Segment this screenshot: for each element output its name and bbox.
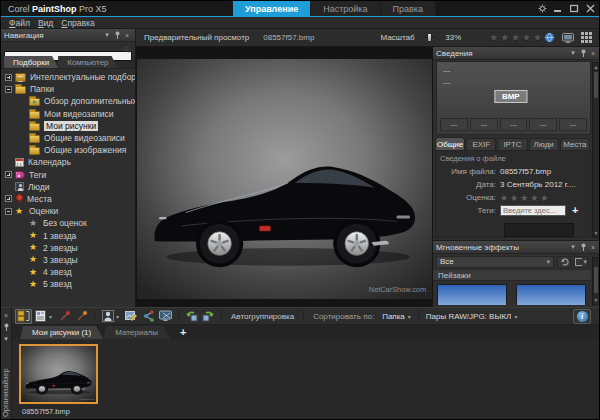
edit-image-button[interactable] — [123, 309, 140, 324]
quick-tag-red-icon[interactable] — [56, 309, 73, 324]
add-tab-button[interactable]: + — [180, 326, 186, 339]
tab-my-pictures[interactable]: Мои рисунки (1) — [20, 326, 103, 339]
scrollbar-thumb[interactable] — [594, 267, 598, 293]
monitor-icon[interactable] — [562, 33, 574, 43]
toggle-panels-button[interactable] — [15, 309, 32, 324]
sort-by-dropdown[interactable]: Папка▾ — [379, 312, 414, 321]
zoom-slider[interactable] — [423, 33, 435, 42]
effect-thumbnail[interactable] — [516, 284, 586, 305]
maximize-icon[interactable] — [569, 4, 579, 14]
tree-item-people[interactable]: Люди — [1, 181, 135, 193]
chevron-down-icon[interactable]: ▾ — [102, 30, 112, 40]
menu-view[interactable]: Вид — [38, 18, 53, 28]
close-icon[interactable]: × — [588, 242, 598, 252]
folder-icon — [29, 111, 40, 119]
zoom-slider-thumb[interactable] — [427, 33, 432, 42]
tab-edit[interactable]: Правка — [381, 1, 436, 16]
slideshow-button[interactable] — [157, 309, 174, 324]
tree-item-5-stars[interactable]: 5 звезд — [1, 278, 135, 290]
close-icon[interactable]: × — [1, 310, 11, 320]
share-globe-icon[interactable] — [544, 32, 555, 43]
pin-icon[interactable] — [578, 242, 588, 252]
expander-icon[interactable] — [5, 208, 12, 215]
minimize-icon[interactable] — [553, 4, 563, 14]
rotate-right-button[interactable] — [200, 309, 217, 324]
menu-help[interactable]: Справка — [61, 18, 94, 28]
chevron-down-icon[interactable]: ▾ — [1, 334, 11, 344]
tree-item-public-videos[interactable]: Общие видеозаписи — [1, 132, 135, 144]
autogroup-button[interactable]: Автогруппировка — [226, 312, 299, 321]
close-icon[interactable] — [585, 4, 595, 14]
effect-thumbnail[interactable] — [437, 284, 507, 305]
tree-item-browse-folders[interactable]: Обзор дополнительных папо — [1, 95, 135, 107]
tree-item-my-videos[interactable]: Мои видеозаписи — [1, 108, 135, 120]
rotate-left-button[interactable] — [183, 309, 200, 324]
preview-canvas[interactable] — [136, 47, 433, 307]
scroll-down-icon[interactable]: ▼ — [593, 296, 599, 304]
meta-cells: --- --- --- --- --- — [440, 118, 587, 131]
tree-item-smart-collections[interactable]: Интеллектуальные подборки — [1, 71, 135, 83]
scroll-up-icon[interactable]: ▲ — [593, 63, 599, 71]
expander-icon[interactable] — [5, 86, 12, 93]
close-icon[interactable]: × — [122, 30, 132, 40]
scroll-down-icon[interactable]: ▼ — [593, 229, 599, 237]
share-button[interactable] — [140, 309, 157, 324]
add-tag-button[interactable]: + — [572, 205, 578, 216]
info-button[interactable]: i — [573, 309, 591, 324]
chevron-down-icon[interactable]: ▾ — [49, 313, 56, 320]
tree-item-folders[interactable]: Папки — [1, 83, 135, 95]
info-scrollbar[interactable]: ▲ ▼ — [592, 62, 600, 238]
grid-view-icon[interactable] — [581, 32, 592, 43]
expander-icon[interactable] — [5, 195, 12, 202]
undo-effect-icon[interactable] — [557, 256, 571, 268]
pin-icon[interactable] — [578, 48, 588, 58]
tree-item-2-stars[interactable]: 2 звезды — [1, 242, 135, 254]
list-view-button[interactable] — [32, 309, 49, 324]
effects-filter-dropdown[interactable]: Все▾ — [436, 256, 554, 268]
effects-view-dropdown[interactable]: ▾ — [574, 256, 588, 268]
window-controls — [537, 1, 595, 16]
expander-icon[interactable] — [5, 74, 12, 81]
tab-people[interactable]: Люди — [529, 138, 559, 150]
tree-item-public-pictures[interactable]: Общие изображения — [1, 144, 135, 156]
tree-item-my-pictures[interactable]: Мои рисунки — [1, 120, 135, 132]
tab-manage[interactable]: Управление — [233, 1, 311, 16]
tree-item-1-star[interactable]: 1 звезда — [1, 229, 135, 241]
tree-item-ratings[interactable]: Оценки — [1, 205, 135, 217]
rating-stars[interactable]: ★★★★★ — [500, 193, 550, 203]
selected-thumbnail[interactable] — [19, 344, 98, 404]
tags-input[interactable] — [500, 205, 566, 216]
chevron-down-icon[interactable]: ▾ — [568, 242, 578, 252]
quick-tag-orange-icon[interactable] — [73, 309, 90, 324]
info-panel-title: Сведения — [436, 49, 568, 58]
pin-icon[interactable] — [112, 30, 122, 40]
menu-file[interactable]: Файл — [9, 18, 30, 28]
pin-icon[interactable] — [1, 322, 11, 332]
tab-exif[interactable]: EXIF — [466, 138, 496, 150]
tree-item-calendar[interactable]: Календарь — [1, 156, 135, 168]
tree-item-places[interactable]: Места — [1, 193, 135, 205]
tab-adjust[interactable]: Настройка — [311, 1, 380, 16]
tree-item-no-rating[interactable]: Без оценок — [1, 217, 135, 229]
tree-item-3-stars[interactable]: 3 звезды — [1, 254, 135, 266]
tab-iptc[interactable]: IPTC — [497, 138, 527, 150]
effects-scrollbar[interactable]: ▼ — [592, 257, 600, 305]
tab-computer[interactable]: Компьютер — [58, 56, 117, 68]
chevron-down-icon[interactable]: ▾ — [116, 313, 123, 320]
preview-image[interactable] — [137, 59, 432, 299]
effects-category-header[interactable]: Пейзажи — [433, 269, 591, 281]
close-icon[interactable]: × — [588, 48, 598, 58]
expander-icon[interactable] — [5, 171, 12, 178]
tab-places[interactable]: Места — [560, 138, 590, 150]
chevron-down-icon[interactable]: ▾ — [568, 48, 578, 58]
rating-stars[interactable]: ★★★★★ — [489, 32, 544, 43]
tree-item-tags[interactable]: Теги — [1, 169, 135, 181]
find-people-button[interactable] — [99, 309, 116, 324]
raw-jpg-dropdown[interactable]: Пары RAW/JPG: ВЫКЛ▾ — [423, 312, 521, 321]
tab-materials[interactable]: Материалы — [103, 326, 170, 339]
tab-collections[interactable]: Подборки — [4, 56, 58, 68]
tree-item-4-stars[interactable]: 4 звезд — [1, 266, 135, 278]
settings-icon[interactable] — [537, 4, 547, 14]
tab-general[interactable]: Общие — [435, 137, 465, 150]
scrollbar-thumb[interactable] — [594, 72, 598, 98]
